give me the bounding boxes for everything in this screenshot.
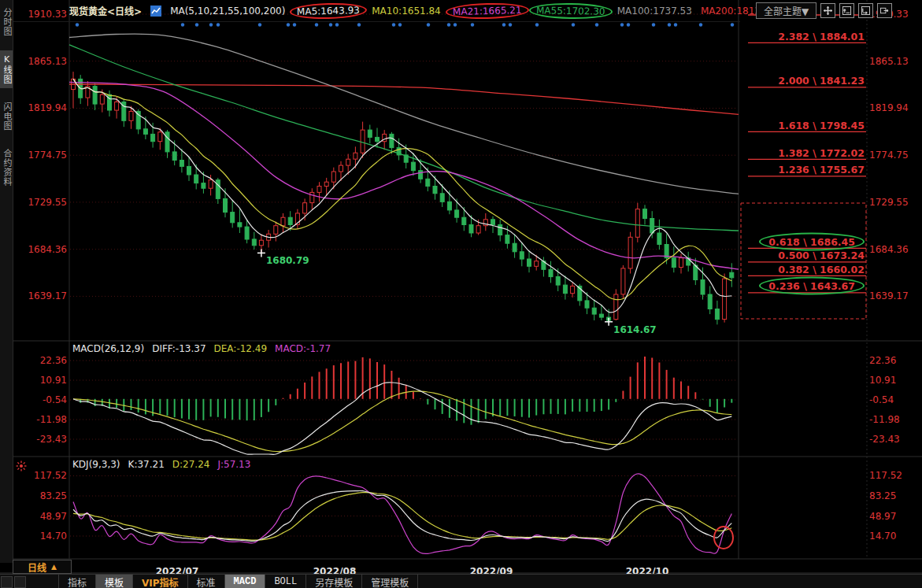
kdj-panel-header: KDJ(9,3,3) K:37.21 D:27.24 J:57.13 xyxy=(72,459,250,470)
sidebar-item-lightning[interactable]: 闪电图 xyxy=(0,98,13,135)
chart-canvas[interactable] xyxy=(0,0,922,588)
ma10-value: MA10:1651.84 xyxy=(372,6,441,17)
tab-macd[interactable]: MACD xyxy=(225,575,266,588)
ma-params-label: MA(5,10,21,55,100,200) xyxy=(170,6,285,17)
macd-title: MACD(26,12,9) xyxy=(72,343,144,354)
ma55-value-annotated: MA55:1702.30 xyxy=(529,2,613,20)
tab-boll[interactable]: BOLL xyxy=(265,575,306,588)
ma55-value: MA55:1702.30 xyxy=(536,5,605,17)
axis-switch-icon[interactable] xyxy=(858,3,873,18)
theme-controls: 全部主题▼ xyxy=(756,2,892,19)
ma100-value: MA100:1737.53 xyxy=(617,6,692,17)
ma5-value: MA5:1643.93 xyxy=(297,4,360,17)
tab-indicators[interactable]: 指标 xyxy=(58,575,96,588)
expand-panel-icon[interactable] xyxy=(877,3,892,18)
ma21-value-annotated: MA21:1665.21 xyxy=(446,2,529,20)
all-themes-button[interactable]: 全部主题▼ xyxy=(756,2,816,19)
tab-standard[interactable]: 标准 xyxy=(188,575,225,588)
bottom-toolbar: 指标 模板 VIP指标 标准 MACD BOLL 另存模板 管理模板 xyxy=(0,574,922,588)
trading-app-window: 1680.791614.671910.331910.331865.131865.… xyxy=(0,0,922,588)
sidebar-item-timeshare[interactable]: 分时图 xyxy=(0,4,13,40)
sidebar-item-kline[interactable]: K线图 xyxy=(0,50,13,88)
macd-macd-value: MACD:-1.77 xyxy=(275,343,331,354)
toolbar-spacer xyxy=(27,575,58,588)
tab-templates[interactable]: 模板 xyxy=(96,575,133,588)
kdj-signal-circle-annotation xyxy=(713,526,734,549)
tab-manage-templates[interactable]: 管理模板 xyxy=(362,575,418,588)
chart-type-sidebar: 分时图 K线图 闪电图 合约资料 xyxy=(0,0,13,563)
ma21-value: MA21:1665.21 xyxy=(453,4,522,17)
splitter-tab-icon[interactable] xyxy=(14,576,26,588)
kdj-j-value: J:57.13 xyxy=(217,459,250,470)
macd-panel-header: MACD(26,12,9) DIFF:-13.37 DEA:-12.49 MAC… xyxy=(72,343,331,354)
symbol-title: 现货黄金<日线> xyxy=(69,4,142,17)
kdj-d-value: D:27.24 xyxy=(172,459,210,470)
ma5-value-annotated: MA5:1643.93 xyxy=(290,2,367,20)
indicator-header: 现货黄金<日线> MA(5,10,21,55,100,200) MA5:1643… xyxy=(69,0,776,21)
tab-save-template[interactable]: 另存模板 xyxy=(306,575,362,588)
new-pane-icon[interactable] xyxy=(839,3,854,18)
pan-icon[interactable] xyxy=(820,3,835,18)
chevron-up-icon: ▲ xyxy=(51,563,57,571)
tab-vip-indicators[interactable]: VIP指标 xyxy=(133,575,188,588)
macd-diff-value: DIFF:-13.37 xyxy=(152,343,206,354)
splitter-tab-icon[interactable] xyxy=(1,576,13,588)
chart-style-icon[interactable] xyxy=(150,6,161,17)
period-label: 日线 xyxy=(28,560,46,574)
period-selector-button[interactable]: 日线 ▲ xyxy=(13,560,72,574)
macd-dea-value: DEA:-12.49 xyxy=(214,343,268,354)
sidebar-item-contract-info[interactable]: 合约资料 xyxy=(0,145,13,190)
kdj-k-value: K:37.21 xyxy=(128,459,165,470)
kdj-title: KDJ(9,3,3) xyxy=(72,459,120,470)
